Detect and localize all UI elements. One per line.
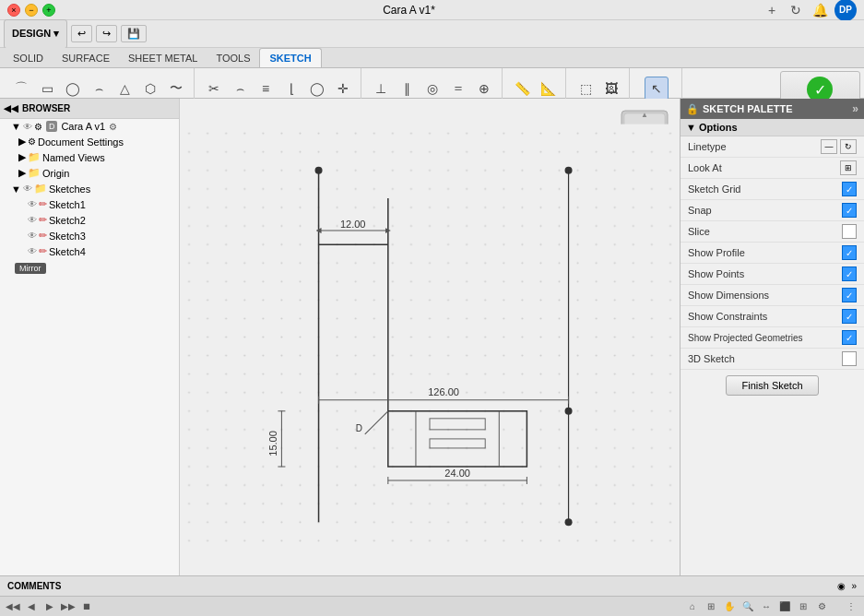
eye-icon-sketch4[interactable]: 👁 [28, 246, 37, 256]
display-mode-btn[interactable]: ⬛ [777, 599, 792, 614]
showconstraints-checkbox[interactable] [842, 309, 857, 324]
browser-item-docsettings[interactable]: ▶ ⚙ Document Settings [0, 134, 179, 149]
palette-collapse-btn[interactable]: » [852, 102, 858, 115]
measure-tool[interactable]: 📏 [510, 77, 534, 101]
options-section-header[interactable]: ▼ Options [681, 119, 864, 136]
save-btn[interactable]: 💾 [121, 25, 147, 42]
play-first-btn[interactable]: ◀◀ [6, 599, 20, 614]
browser-item-namedviews[interactable]: ▶ 📁 Named Views [0, 149, 179, 165]
fix-constraint[interactable]: ⊕ [472, 77, 496, 101]
tab-surface[interactable]: SURFACE [53, 49, 119, 67]
resize-handle[interactable]: ⋮ [844, 599, 858, 614]
maximize-btn[interactable]: + [42, 4, 55, 17]
browser-item-root[interactable]: ▼ 👁 ⚙ D Cara A v1 ⚙ [0, 119, 179, 134]
bell-icon[interactable]: 🔔 [811, 1, 829, 19]
tab-solid[interactable]: SOLID [4, 49, 53, 67]
minimize-btn[interactable]: − [25, 4, 38, 17]
home-view-btn[interactable]: ⌂ [685, 599, 700, 614]
snap-view-btn[interactable]: ⊞ [704, 599, 718, 614]
eye-icon-sketch2[interactable]: 👁 [28, 215, 37, 225]
fillet-tool[interactable]: ⌊ [279, 77, 303, 101]
browser-item-sketch2[interactable]: 👁 ✏ Sketch2 [0, 212, 179, 228]
circle-tool[interactable]: ◯ [61, 77, 85, 101]
linetype-btn1[interactable]: — [821, 139, 837, 154]
showpoints-checkbox[interactable] [842, 267, 857, 281]
tab-tools[interactable]: TOOLS [207, 49, 259, 67]
move-tool[interactable]: ✛ [331, 77, 355, 101]
expand-icon[interactable]: ◉ [837, 581, 846, 591]
parallel-constraint[interactable]: ∥ [395, 77, 419, 101]
close-btn[interactable]: × [7, 4, 20, 17]
sketch-dim-tool[interactable]: ◯ [305, 77, 329, 101]
eye-icon-sketch1[interactable]: 👁 [28, 199, 37, 209]
playbar: ◀◀ ◀ ▶ ▶▶ ⏹ ⌂ ⊞ ✋ 🔍 ↔ ⬛ ⊞ ⚙ ⋮ [0, 596, 864, 616]
tangent-constraint[interactable]: ◎ [420, 77, 444, 101]
lookat-btn[interactable]: ⊞ [840, 160, 857, 175]
browser-item-sketch3[interactable]: 👁 ✏ Sketch3 [0, 228, 179, 243]
settings-btn[interactable]: ⚙ [814, 599, 829, 614]
snap-checkbox[interactable] [842, 203, 857, 218]
play-btn[interactable]: ▶ [42, 599, 57, 614]
perp-constraint[interactable]: ⊥ [369, 77, 393, 101]
play-last-btn[interactable]: ⏹ [79, 599, 94, 614]
insert-image[interactable]: 🖼 [599, 77, 623, 101]
triangle-tool[interactable]: △ [112, 77, 136, 101]
user-avatar[interactable]: DP [834, 0, 857, 21]
poly-tool[interactable]: ⬡ [138, 77, 162, 101]
arc-tool[interactable]: ⌢ [87, 77, 111, 101]
angle-tool[interactable]: 📐 [536, 77, 560, 101]
sketch-icon-4: ✏ [39, 245, 47, 257]
eye-icon-root[interactable]: 👁 [23, 122, 32, 132]
statusbar-expand[interactable]: ◉ » [837, 581, 857, 591]
settings-icon[interactable]: ⚙ [109, 122, 117, 132]
offset-tool[interactable]: ⌢ [228, 77, 252, 101]
add-icon[interactable]: + [763, 1, 781, 19]
browser-item-sketch4[interactable]: 👁 ✏ Sketch4 [0, 243, 179, 259]
tab-sheet-metal[interactable]: SHEET METAL [119, 49, 207, 67]
toolbar-top-row: DESIGN ▾ ↩ ↪ 💾 [0, 20, 864, 48]
browser-item-sketches[interactable]: ▼ 👁 📁 Sketches [0, 181, 179, 196]
browser-item-sketch1[interactable]: 👁 ✏ Sketch1 [0, 196, 179, 212]
sketch-icon-1: ✏ [39, 198, 47, 210]
mirror-badge[interactable]: Mirror [15, 263, 46, 274]
canvas[interactable]: RIGHT ▲ ▼ ◀ ▶ [180, 99, 680, 575]
3dsketch-checkbox[interactable] [842, 351, 857, 366]
select-tool[interactable]: ↖ [645, 77, 669, 101]
palette-row-showconstraints: Show Constraints [681, 306, 864, 327]
design-dropdown[interactable]: DESIGN ▾ [4, 19, 67, 49]
showprofile-checkbox[interactable] [842, 245, 857, 260]
insert-dxf[interactable]: ⬚ [574, 77, 598, 101]
zoom-btn[interactable]: 🔍 [740, 599, 755, 614]
showprojected-checkbox[interactable] [842, 330, 857, 345]
undo-btn[interactable]: ↩ [71, 25, 92, 42]
statusbar-label: COMMENTS [7, 581, 61, 591]
grid-btn[interactable]: ⊞ [796, 599, 811, 614]
sketch-palette: 🔒 SKETCH PALETTE » ▼ Options Linetype — … [680, 99, 864, 575]
equal-constraint[interactable]: ＝ [446, 77, 470, 101]
pan-btn[interactable]: ↔ [759, 599, 774, 614]
browser-item-origin[interactable]: ▶ 📁 Origin [0, 165, 179, 181]
eye-icon-sketch3[interactable]: 👁 [28, 231, 37, 241]
refresh-icon[interactable]: ↻ [787, 1, 805, 19]
eye-icon-sketches[interactable]: 👁 [23, 184, 32, 194]
redo-btn[interactable]: ↪ [96, 25, 117, 42]
browser-collapse-left[interactable]: ◀◀ [4, 103, 18, 113]
slice-label: Slice [688, 226, 710, 237]
palette-title: SKETCH PALETTE [703, 103, 793, 114]
palette-finish-btn[interactable]: Finish Sketch [726, 375, 818, 396]
spline-tool[interactable]: 〜 [164, 77, 188, 101]
gear-icon-root[interactable]: ⚙ [34, 122, 42, 132]
line-tool[interactable]: ⌒ [9, 77, 33, 101]
play-next-btn[interactable]: ▶▶ [61, 599, 76, 614]
mirror-tool[interactable]: ≡ [254, 77, 278, 101]
orbit-btn[interactable]: ✋ [722, 599, 737, 614]
expand-arrow[interactable]: » [851, 581, 857, 591]
rect-tool[interactable]: ▭ [35, 77, 59, 101]
linetype-btn2[interactable]: ↻ [840, 139, 857, 154]
slice-checkbox[interactable] [842, 224, 857, 239]
tab-sketch[interactable]: SKETCH [259, 48, 321, 67]
trim-tool[interactable]: ✂ [202, 77, 226, 101]
play-prev-btn[interactable]: ◀ [24, 599, 39, 614]
showdimensions-checkbox[interactable] [842, 288, 857, 302]
sketchgrid-checkbox[interactable] [842, 182, 857, 196]
